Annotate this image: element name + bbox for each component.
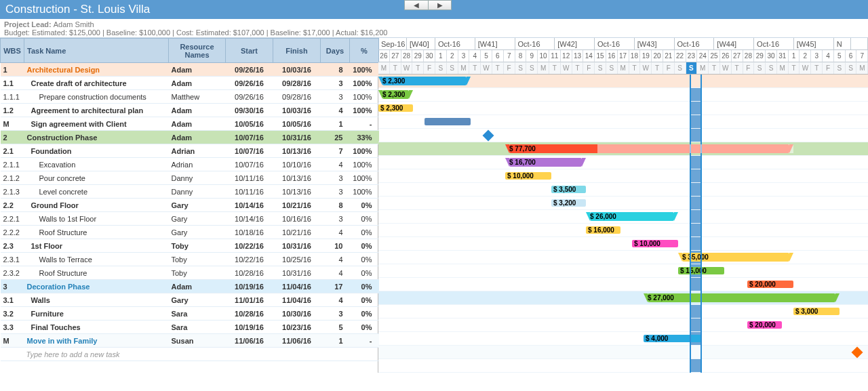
task-bar[interactable]: $ 3,500	[551, 186, 586, 193]
milestone-icon[interactable]	[852, 347, 863, 358]
col-resource[interactable]: Resource Names	[169, 39, 226, 63]
day-letter: T	[572, 62, 584, 74]
task-row[interactable]: 1.1Create draft of architectureAdam09/26…	[1, 77, 379, 90]
month-header: Oct-16	[675, 38, 715, 50]
task-row[interactable]: 1Architectural DesignAdam09/26/1610/03/1…	[1, 63, 379, 77]
day-number: 26	[378, 50, 390, 62]
day-number: 6	[492, 50, 504, 62]
gantt-row[interactable]: $ 2,300	[378, 88, 868, 102]
task-row[interactable]: 2.2.2Roof StructureGary10/18/1610/21/164…	[1, 226, 379, 239]
task-row[interactable]: 3.1WallsGary11/01/1611/04/1640%	[1, 293, 379, 307]
day-number: 27	[732, 50, 743, 62]
day-letter: M	[777, 62, 789, 74]
summary-bar[interactable]: $ 26,000	[590, 212, 674, 221]
milestone-icon[interactable]	[483, 130, 494, 142]
task-row[interactable]: 2.1FoundationAdrian10/07/1610/13/167100%	[1, 144, 379, 158]
gantt-row[interactable]: $ 77,700	[378, 142, 868, 156]
task-row[interactable]: 2.1.2Pour concreteDanny10/11/1610/13/163…	[1, 171, 379, 185]
col-days[interactable]: Days	[321, 39, 350, 63]
day-number: 29	[754, 50, 766, 62]
day-number: 9	[526, 50, 538, 62]
gantt-row[interactable]: $ 26,000	[378, 210, 868, 224]
task-row[interactable]: MMove in with FamilySusan11/06/1611/06/1…	[1, 334, 379, 348]
gantt-row[interactable]: $ 15,000	[378, 264, 868, 278]
task-row[interactable]: 1.2Agreement to architectural planAdam09…	[1, 104, 379, 117]
gantt-row[interactable]: $ 2,300	[378, 102, 868, 115]
task-row[interactable]: 3.3Final TouchesSara10/19/1610/23/1650%	[1, 321, 379, 334]
new-task-row[interactable]: Type here to add a new task	[1, 348, 379, 361]
day-letter: W	[640, 62, 652, 74]
task-row[interactable]: 2.3.1Walls to TerraceToby10/22/1610/25/1…	[1, 253, 379, 266]
gantt-row[interactable]: $ 3,500	[378, 183, 868, 197]
day-number: 20	[652, 50, 663, 62]
col-pct[interactable]: %	[350, 39, 379, 63]
gantt-row[interactable]: $ 27,000	[378, 291, 868, 305]
task-bar[interactable]: $ 2,300	[378, 104, 413, 112]
timeline-next-button[interactable]: ▶	[428, 0, 452, 10]
task-row[interactable]: 2.1.1ExcavationAdrian10/07/1610/10/16410…	[1, 158, 379, 171]
day-number: 5	[481, 50, 492, 62]
day-letter: F	[823, 62, 834, 74]
summary-bar[interactable]: $ 2,300	[382, 77, 467, 85]
week-header: [W42]	[555, 38, 595, 50]
task-row[interactable]: 2.1.3Level concreteDanny10/11/1610/13/16…	[1, 185, 379, 199]
day-letter: S	[526, 62, 538, 74]
gantt-row[interactable]: $ 10,000	[378, 237, 868, 251]
task-bar[interactable]: $ 4,000	[644, 335, 701, 342]
task-row[interactable]: 1.1.1Prepare construction documentsMatth…	[1, 90, 379, 104]
gantt-row[interactable]: $ 3,000	[378, 305, 868, 318]
gantt-row[interactable]: $ 10,000	[378, 169, 868, 183]
col-task-name[interactable]: Task Name	[24, 39, 169, 63]
summary-bar[interactable]: $ 27,000	[648, 293, 835, 302]
summary-bar[interactable]: $ 2,300	[382, 90, 409, 99]
gantt-body[interactable]: $ 2,300$ 2,300$ 2,300$ 77,700$ 16,700$ 1…	[378, 75, 868, 373]
task-bar[interactable]: $ 10,000	[632, 240, 678, 247]
day-number: 27	[390, 50, 401, 62]
day-letter: T	[412, 62, 424, 74]
task-row[interactable]: 3.2FurnitureSara10/28/1610/30/1630%	[1, 307, 379, 321]
summary-bar[interactable]: $ 16,700	[509, 158, 582, 167]
col-wbs[interactable]: WBS	[1, 39, 24, 63]
gantt-row[interactable]	[378, 346, 868, 359]
gantt-row[interactable]	[378, 129, 868, 142]
col-start[interactable]: Start	[226, 39, 273, 63]
day-letter: T	[652, 62, 663, 74]
summary-bar[interactable]: $ 35,000	[682, 253, 789, 262]
day-number: 24	[697, 50, 709, 62]
day-number: 12	[561, 50, 572, 62]
day-number: 8	[515, 50, 527, 62]
task-bar[interactable]	[425, 118, 471, 125]
gantt-row[interactable]: $ 16,000	[378, 224, 868, 237]
page-title: Construction - St. Louis Villa	[5, 3, 150, 16]
task-row[interactable]: 2Construction PhaseAdam10/07/1610/31/162…	[1, 131, 379, 144]
timeline-prev-button[interactable]: ◀	[404, 0, 428, 10]
task-bar[interactable]: $ 3,200	[551, 199, 586, 207]
task-bar[interactable]: $ 10,000	[505, 172, 551, 180]
day-letter: T	[811, 62, 823, 74]
task-bar[interactable]: $ 3,000	[793, 308, 840, 315]
task-row[interactable]: 2.3.2Roof StructureToby10/28/1610/31/164…	[1, 266, 379, 280]
gantt-row[interactable]: $ 4,000	[378, 332, 868, 346]
task-row[interactable]: 2.2Ground FloorGary10/14/1610/21/1680%	[1, 199, 379, 212]
task-bar[interactable]: $ 16,000	[586, 226, 620, 234]
gantt-row[interactable]: $ 20,000	[378, 318, 868, 332]
task-row[interactable]: 2.31st FloorToby10/22/1610/31/16100%	[1, 239, 379, 253]
gantt-row[interactable]	[378, 115, 868, 129]
gantt-row[interactable]: $ 20,000	[378, 278, 868, 291]
task-row[interactable]: 3Decoration PhaseAdam10/19/1611/04/16170…	[1, 280, 379, 293]
task-bar[interactable]: $ 20,000	[747, 281, 793, 288]
gantt-row[interactable]: $ 16,700	[378, 156, 868, 169]
gantt-row[interactable]: $ 3,200	[378, 197, 868, 210]
task-bar[interactable]: $ 20,000	[747, 321, 782, 329]
gantt-row[interactable]: $ 2,300	[378, 75, 868, 88]
project-lead-value: Adam Smith	[54, 20, 94, 28]
task-row[interactable]: MSign agreement with ClientAdam10/05/161…	[1, 117, 379, 131]
day-letter: F	[663, 62, 675, 74]
day-number: 18	[629, 50, 641, 62]
summary-bar[interactable]: $ 77,700	[509, 144, 789, 153]
day-number: 2	[800, 50, 811, 62]
task-row[interactable]: 2.2.1Walls to 1st FloorGary10/14/1610/16…	[1, 212, 379, 226]
gantt-row[interactable]: $ 35,000	[378, 251, 868, 264]
col-finish[interactable]: Finish	[273, 39, 321, 63]
day-letter: W	[720, 62, 732, 74]
